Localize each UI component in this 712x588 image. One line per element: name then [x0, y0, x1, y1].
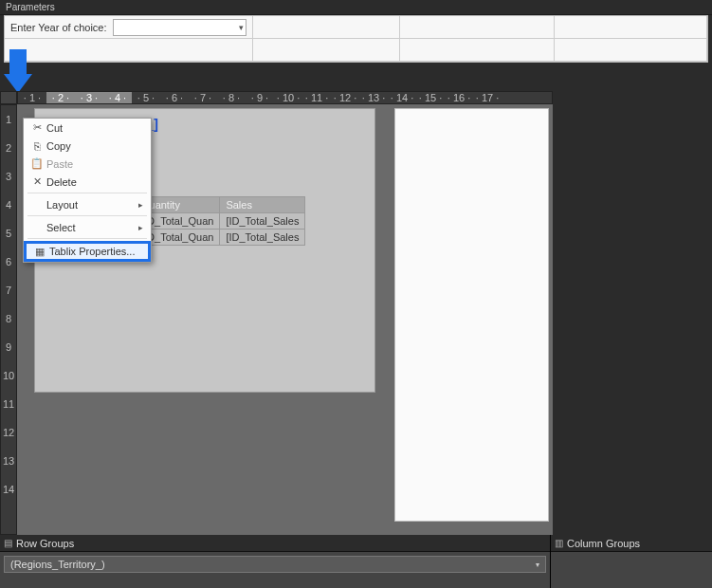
chevron-right-icon: ▸ [138, 223, 143, 232]
context-menu-separator [27, 193, 147, 193]
row-groups-icon: ▤ [4, 538, 12, 548]
parameter-cell-empty [555, 39, 707, 62]
parameter-cell-empty [253, 16, 400, 39]
ruler-tick: · 12 · [331, 92, 359, 103]
ruler-tick: · 5 · [132, 92, 160, 103]
parameter-cell-empty [253, 39, 400, 62]
parameter-dropdown[interactable]: ▾ [113, 19, 246, 36]
row-group-item[interactable]: (Regions_Territory_) ▾ [4, 556, 546, 573]
context-menu-item-paste: 📋Paste [24, 155, 151, 173]
parameters-panel-header: Parameters [0, 0, 712, 15]
ruler-tick: 14 [3, 475, 14, 504]
row-groups-panel: ▤ Row Groups (Regions_Territory_) ▾ [0, 535, 551, 588]
ruler-tick: · 7 · [189, 92, 217, 103]
parameter-cell-empty [5, 39, 253, 62]
context-menu-label: Paste [46, 158, 143, 170]
ruler-corner [0, 91, 17, 104]
ruler-tick: · 17 · [473, 92, 502, 103]
context-menu-item-tablix-properties[interactable]: ▦Tablix Properties... [24, 241, 151, 262]
delete-icon: ✕ [27, 175, 46, 188]
context-menu: ✂Cut⎘Copy📋Paste✕DeleteLayout▸Select▸▦Tab… [23, 118, 152, 263]
parameter-label: Enter Year of choice: [10, 22, 107, 33]
column-groups-panel: ▥ Column Groups [551, 535, 712, 588]
context-menu-label: Tablix Properties... [49, 246, 140, 257]
chevron-down-icon: ▾ [239, 23, 244, 32]
report-whitespace [394, 108, 549, 522]
row-group-label: (Regions_Territory_) [10, 559, 105, 570]
ruler-tick: · 13 · [359, 92, 388, 103]
ruler-tick: · 14 · [388, 92, 416, 103]
ruler-vertical: 1234567891011121314 [0, 104, 17, 535]
parameter-cell: Enter Year of choice: ▾ [5, 16, 253, 39]
groups-panel: ▤ Row Groups (Regions_Territory_) ▾ ▥ Co… [0, 535, 712, 588]
ruler-tick: · 16 · [445, 92, 473, 103]
ruler-tick: 4 [6, 191, 11, 219]
ruler-tick: · 11 · [302, 92, 331, 103]
context-menu-separator [27, 238, 147, 239]
column-groups-header: ▥ Column Groups [551, 535, 712, 552]
ruler-tick: 7 [6, 276, 11, 304]
ruler-tick: 8 [6, 304, 11, 333]
context-menu-item-delete[interactable]: ✕Delete [24, 173, 151, 191]
ruler-tick: 1 [6, 105, 11, 134]
ruler-tick: · 6 · [160, 92, 189, 103]
ruler-tick: · 10 · [274, 92, 302, 103]
parameter-cell-empty [400, 16, 555, 39]
ruler-tick: · 15 · [416, 92, 445, 103]
ruler-tick: 6 [6, 248, 11, 276]
ruler-tick: 3 [6, 162, 11, 191]
ruler-tick: 9 [6, 333, 11, 361]
ruler-tick: 11 [3, 390, 14, 418]
parameter-cell-empty [555, 16, 707, 39]
context-menu-separator [27, 215, 147, 216]
ruler-tick: 5 [6, 219, 11, 248]
context-menu-item-cut[interactable]: ✂Cut [24, 119, 151, 137]
copy-icon: ⎘ [27, 140, 46, 152]
context-menu-label: Delete [46, 176, 143, 188]
context-menu-label: Cut [46, 122, 143, 134]
context-menu-label: Copy [46, 140, 143, 152]
ruler-tick: · 8 · [217, 92, 246, 103]
parameter-cell-empty [400, 39, 555, 62]
ruler-tick: · 2 · [46, 92, 75, 103]
parameters-grid: Enter Year of choice: ▾ [4, 15, 708, 63]
ruler-horizontal: · 1 ·· 2 ·· 3 ·· 4 ·· 5 ·· 6 ·· 7 ·· 8 ·… [17, 91, 553, 104]
paste-icon: 📋 [27, 157, 46, 170]
tablix-cell[interactable]: [ID_Total_Sales [220, 230, 305, 246]
tablix-cell[interactable]: [ID_Total_Sales [220, 213, 305, 230]
context-menu-item-select[interactable]: Select▸ [24, 218, 151, 236]
ruler-tick: · 4 · [103, 92, 132, 103]
cut-icon: ✂ [27, 121, 46, 134]
chevron-right-icon: ▸ [138, 200, 143, 210]
tablix-header-cell[interactable]: Sales [220, 197, 305, 213]
ruler-tick: 12 [3, 418, 14, 447]
ruler-tick: 10 [3, 361, 14, 390]
ruler-tick: · 9 · [246, 92, 274, 103]
ruler-tick: · 1 · [18, 92, 46, 103]
row-groups-header: ▤ Row Groups [0, 535, 550, 552]
context-menu-label: Select [46, 222, 138, 233]
chevron-down-icon: ▾ [536, 560, 539, 569]
ruler-tick: · 3 · [75, 92, 103, 103]
context-menu-item-copy[interactable]: ⎘Copy [24, 137, 151, 155]
tablix-icon: ▦ [30, 246, 49, 258]
ruler-tick: 13 [3, 447, 14, 475]
ruler-tick: 2 [6, 134, 11, 162]
column-groups-icon: ▥ [555, 538, 563, 548]
context-menu-label: Layout [46, 199, 138, 211]
context-menu-item-layout[interactable]: Layout▸ [24, 195, 151, 213]
